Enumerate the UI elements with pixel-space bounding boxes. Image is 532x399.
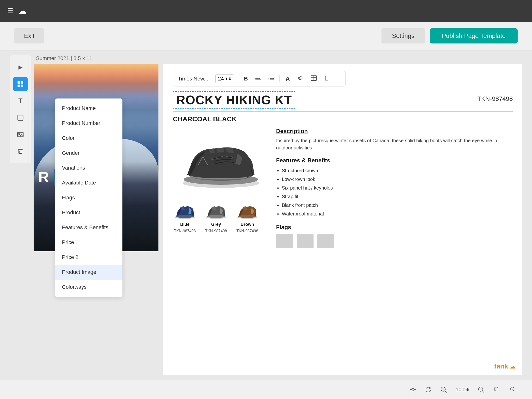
redo-tool[interactable] bbox=[506, 384, 518, 395]
product-desc: Description Inspired by the picturesque … bbox=[276, 128, 513, 248]
svg-point-13 bbox=[269, 77, 269, 77]
bold-button[interactable]: B bbox=[242, 75, 250, 83]
table-button[interactable] bbox=[309, 74, 319, 83]
svg-point-36 bbox=[238, 215, 256, 218]
dropdown-menu: Product Name Product Number Color Gender… bbox=[55, 98, 122, 297]
shoe-svg bbox=[175, 128, 266, 190]
divider-1 bbox=[238, 75, 238, 82]
grid-tool[interactable] bbox=[13, 77, 28, 91]
cursor-tool[interactable]: ▶ bbox=[13, 60, 28, 74]
colorway-grey-thumb bbox=[204, 203, 228, 220]
zoom-display: 100% bbox=[453, 386, 471, 393]
svg-point-41 bbox=[412, 388, 414, 391]
publish-button[interactable]: Publish Page Template bbox=[430, 28, 518, 44]
list-button[interactable] bbox=[266, 75, 276, 83]
features-section: Features & Benefits Structured crown Low… bbox=[276, 157, 513, 218]
features-list: Structured crown Low-crown look Six-pane… bbox=[276, 166, 513, 218]
product-body: Blue TKN-987498 bbox=[173, 128, 513, 248]
svg-rect-5 bbox=[18, 132, 23, 137]
colorway-items: Blue TKN-987498 bbox=[173, 203, 269, 233]
colorway-brown: Brown TKN-987498 bbox=[235, 203, 259, 233]
product-sku: TKN-987498 bbox=[477, 91, 513, 103]
svg-rect-7 bbox=[19, 150, 22, 154]
flags-boxes bbox=[276, 234, 513, 248]
svg-point-17 bbox=[269, 79, 269, 80]
svg-line-50 bbox=[482, 391, 484, 393]
shape-tool[interactable] bbox=[13, 110, 28, 125]
font-size[interactable]: 24 ⬆⬇ bbox=[215, 74, 234, 83]
product-color: CHARCOAL BLACK bbox=[173, 115, 513, 123]
toolbar-right: Settings Publish Page Template bbox=[381, 28, 518, 44]
product-header: ROCKY HIKING KT TKN-987498 bbox=[173, 91, 513, 111]
link-button[interactable] bbox=[296, 75, 305, 83]
copy-button[interactable] bbox=[323, 74, 332, 83]
svg-point-34 bbox=[207, 215, 225, 218]
dropdown-color[interactable]: Color bbox=[55, 131, 122, 146]
colorways-section: Blue TKN-987498 bbox=[173, 200, 269, 233]
product-main-image bbox=[173, 128, 269, 190]
dropdown-features[interactable]: Features & Benefits bbox=[55, 220, 122, 235]
dropdown-available-date[interactable]: Available Date bbox=[55, 175, 122, 190]
zoom-out-tool[interactable] bbox=[475, 384, 487, 395]
logo-icon: ☁ bbox=[18, 6, 27, 16]
product-title: ROCKY HIKING KT bbox=[173, 91, 295, 109]
flags-title: Flags bbox=[276, 224, 513, 231]
toolbar-row: Exit Settings Publish Page Template bbox=[0, 22, 532, 51]
dropdown-price2[interactable]: Price 2 bbox=[55, 250, 122, 265]
colorway-blue-sku: TKN-987498 bbox=[174, 229, 196, 233]
flags-section: Flags bbox=[276, 224, 513, 248]
canvas-label: Summer 2021 | 8.5 x 11 bbox=[36, 55, 522, 62]
svg-rect-4 bbox=[18, 115, 23, 120]
image-tool[interactable] bbox=[13, 127, 28, 142]
topbar: ☰ ☁ bbox=[0, 0, 532, 22]
colorway-blue-thumb bbox=[173, 203, 197, 220]
svg-rect-3 bbox=[21, 84, 23, 87]
divider-2 bbox=[279, 75, 280, 82]
main-area: ▶ T bbox=[0, 51, 532, 380]
font-selector[interactable]: Times New... bbox=[178, 76, 211, 82]
flag-box-2 bbox=[297, 234, 314, 248]
exit-button[interactable]: Exit bbox=[14, 28, 44, 44]
feature-2: Low-crown look bbox=[282, 175, 513, 184]
more-options-button[interactable]: ⋮ bbox=[335, 76, 341, 82]
menu-icon[interactable]: ☰ bbox=[7, 7, 13, 15]
dropdown-variations[interactable]: Variations bbox=[55, 161, 122, 175]
colorway-blue-name: Blue bbox=[180, 222, 190, 227]
dropdown-price1[interactable]: Price 1 bbox=[55, 235, 122, 250]
svg-line-43 bbox=[414, 388, 415, 388]
left-sidebar: ▶ T bbox=[10, 55, 31, 163]
dropdown-colorways[interactable]: Colorways bbox=[55, 280, 122, 295]
crosshair-tool[interactable] bbox=[407, 384, 419, 395]
colorway-grey: Grey TKN-987498 bbox=[204, 203, 228, 233]
description-text: Inspired by the picturesque winter sunse… bbox=[276, 137, 513, 151]
feature-1: Structured crown bbox=[282, 166, 513, 175]
colorway-blue: Blue TKN-987498 bbox=[173, 203, 197, 233]
svg-point-15 bbox=[269, 78, 269, 79]
svg-point-32 bbox=[176, 215, 194, 218]
svg-rect-0 bbox=[18, 81, 20, 84]
tank-logo: tank ☁ bbox=[494, 362, 515, 370]
canvas-container: Summer 2021 | 8.5 x 11 bbox=[34, 55, 522, 375]
undo-tool[interactable] bbox=[491, 384, 502, 395]
refresh-tool[interactable] bbox=[423, 384, 434, 395]
feature-6: Waterproof material bbox=[282, 209, 513, 218]
flag-box-3 bbox=[317, 234, 334, 248]
dropdown-product-image[interactable]: Product Image bbox=[55, 265, 122, 280]
settings-button[interactable]: Settings bbox=[381, 28, 425, 44]
text-tool[interactable]: T bbox=[13, 94, 28, 108]
zoom-in-tool[interactable] bbox=[438, 384, 450, 395]
svg-rect-1 bbox=[21, 81, 23, 84]
dropdown-flags[interactable]: Flags bbox=[55, 190, 122, 205]
colorway-brown-name: Brown bbox=[241, 222, 254, 227]
svg-rect-22 bbox=[326, 76, 329, 80]
dropdown-product-name[interactable]: Product Name bbox=[55, 101, 122, 116]
align-button[interactable] bbox=[253, 75, 263, 83]
dropdown-product-number[interactable]: Product Number bbox=[55, 116, 122, 131]
trash-tool[interactable] bbox=[13, 144, 28, 159]
text-color-button[interactable]: A bbox=[284, 74, 291, 83]
page-right: Times New... 24 ⬆⬇ B bbox=[163, 64, 522, 375]
dropdown-product[interactable]: Product bbox=[55, 205, 122, 220]
svg-rect-2 bbox=[18, 84, 20, 87]
dropdown-gender[interactable]: Gender bbox=[55, 146, 122, 161]
flag-box-1 bbox=[276, 234, 293, 248]
